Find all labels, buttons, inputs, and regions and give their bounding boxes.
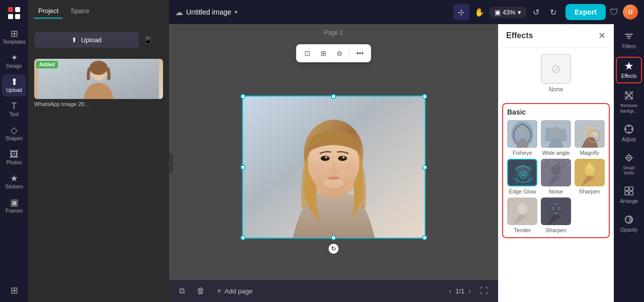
svg-point-15 [338, 156, 347, 161]
sidebar-item-design[interactable]: ✦ Design [2, 50, 26, 72]
select-tool-button[interactable]: ⊹ [453, 4, 469, 20]
right-tool-smart[interactable]: Smart tools [616, 150, 642, 179]
right-tool-remove-bg[interactable]: Remove backgr... [616, 87, 642, 117]
topbar: ☁ Untitled image ▾ ⊹ ✋ ▣ 43% ▾ ↺ ↻ Expor… [169, 0, 644, 24]
sidebar-item-templates[interactable]: ⊞ Templates [2, 26, 26, 48]
sidebar-item-label: Templates [3, 39, 26, 45]
svg-rect-0 [8, 7, 13, 12]
panel-image-item[interactable]: Added WhatsApp Image 20... [34, 59, 163, 107]
sidebar-item-stickers[interactable]: ★ Stickers [2, 171, 26, 193]
crop-tool[interactable]: ⊡ [300, 46, 314, 60]
sidebar-item-photos[interactable]: 🖼 Photos [2, 147, 26, 169]
tab-project[interactable]: Project [34, 4, 62, 19]
none-label: None [549, 86, 564, 93]
effect-noise[interactable]: Noise [541, 159, 572, 194]
added-badge: Added [36, 61, 58, 68]
effect-magnify[interactable]: Magnify [574, 120, 605, 156]
effect-sharpen2[interactable]: Sharpen [541, 197, 572, 233]
sidebar-item-frames[interactable]: ▣ Frames [2, 195, 26, 217]
effects-panel: Effects ✕ ⊘ None Basic [498, 24, 614, 302]
right-tool-effects[interactable]: Effects [616, 57, 642, 83]
handle-ml[interactable] [240, 165, 246, 170]
handle-tr[interactable] [422, 94, 427, 99]
mobile-view-button[interactable]: 📱 [139, 31, 157, 49]
tender-thumb [507, 197, 537, 225]
svg-point-23 [518, 127, 526, 136]
canvas-wrapper[interactable]: Page 1 ⊡ ⊞ ⊜ ••• [169, 24, 498, 280]
effect-fisheye[interactable]: Fisheye [507, 120, 538, 156]
flip-tool[interactable]: ⊞ [316, 46, 331, 60]
noise-thumb [541, 159, 571, 186]
sidebar-item-label: Photos [6, 160, 22, 166]
edge-glow-thumb [507, 159, 537, 186]
effects-title: Effects [506, 31, 533, 40]
next-page-button[interactable]: › [467, 286, 472, 296]
delete-page-button[interactable]: 🗑 [193, 284, 209, 297]
page-navigation: ‹ 1/1 › [448, 286, 472, 296]
panel-collapse-button[interactable]: ‹ [169, 153, 173, 173]
svg-rect-55 [626, 36, 631, 37]
user-avatar[interactable]: U [623, 5, 638, 20]
effect-tender[interactable]: Tender [507, 197, 538, 233]
duplicate-tool[interactable]: ⊜ [333, 46, 347, 60]
fullscreen-button[interactable]: ⛶ [476, 284, 492, 297]
svg-point-29 [593, 132, 598, 137]
export-button[interactable]: Export [566, 4, 606, 20]
pan-tool-button[interactable]: ✋ [471, 4, 488, 20]
sidebar-item-label: Design [6, 63, 22, 69]
sharpen1-label: Sharpen [579, 188, 600, 194]
arrange-label: Arrange [620, 198, 638, 205]
sidebar-item-label: Upload [6, 87, 22, 93]
basic-section-title: Basic [507, 108, 605, 116]
handle-br[interactable] [422, 235, 427, 240]
effects-label: Effects [621, 73, 636, 79]
handle-mr[interactable] [422, 165, 427, 170]
undo-button[interactable]: ↺ [528, 4, 544, 20]
rotate-handle[interactable]: ↻ [329, 244, 339, 254]
prev-page-button[interactable]: ‹ [448, 286, 453, 296]
fisheye-label: Fisheye [513, 150, 532, 156]
sidebar-item-upload[interactable]: ⬆ Upload [2, 74, 26, 96]
handle-tl[interactable] [240, 94, 246, 99]
right-tool-adjust[interactable]: Adjust [616, 121, 642, 146]
svg-rect-69 [629, 191, 633, 195]
sidebar-item-text[interactable]: T Text [2, 98, 26, 121]
canvas-icon: ▣ [495, 9, 501, 16]
copy-page-button[interactable]: ⧉ [175, 284, 189, 297]
tab-space[interactable]: Space [66, 4, 93, 19]
zoom-display[interactable]: ▣ 43% ▾ [490, 7, 526, 18]
adjust-label: Adjust [622, 137, 636, 143]
more-options-tool[interactable]: ••• [353, 46, 367, 60]
effect-sharpen1[interactable]: Sharpen [574, 159, 605, 194]
none-effect-item[interactable]: ⊘ None [506, 54, 606, 93]
handle-tm[interactable] [331, 94, 336, 99]
add-page-button[interactable]: + Add page [213, 284, 257, 297]
upload-button[interactable]: ⬆ Upload [34, 32, 139, 48]
svg-rect-42 [553, 165, 554, 166]
svg-rect-38 [551, 161, 552, 162]
sidebar-item-shapes[interactable]: ◇ Shapes [2, 123, 26, 145]
right-tool-opacity[interactable]: Opacity [616, 212, 642, 236]
topbar-tools: ⊹ ✋ ▣ 43% ▾ ↺ ↻ [453, 4, 561, 20]
canvas-image-container[interactable]: ↻ [242, 95, 426, 239]
adjust-icon [624, 124, 634, 136]
svg-rect-67 [629, 187, 633, 190]
smart-tools-label: Smart tools [618, 165, 640, 176]
svg-point-16 [325, 156, 327, 158]
noise-label: Noise [549, 188, 563, 194]
shield-icon: 🛡 [610, 7, 619, 18]
logo-button[interactable] [5, 4, 23, 22]
svg-point-20 [343, 162, 357, 172]
magnify-label: Magnify [580, 150, 599, 156]
effect-edge-glow[interactable]: Edge Glow [507, 159, 538, 194]
canvas-image[interactable] [242, 95, 426, 239]
right-tool-filters[interactable]: Filters [616, 28, 642, 53]
right-tool-arrange[interactable]: Arrange [616, 183, 642, 208]
redo-button[interactable]: ↻ [545, 4, 561, 20]
effects-close-button[interactable]: ✕ [598, 30, 606, 41]
sidebar-item-extra[interactable]: ⊞ [2, 283, 26, 298]
handle-bl[interactable] [240, 235, 246, 240]
handle-bm[interactable] [331, 235, 336, 240]
svg-rect-3 [15, 14, 20, 19]
effect-wide-angle[interactable]: Wide angle [541, 120, 572, 156]
